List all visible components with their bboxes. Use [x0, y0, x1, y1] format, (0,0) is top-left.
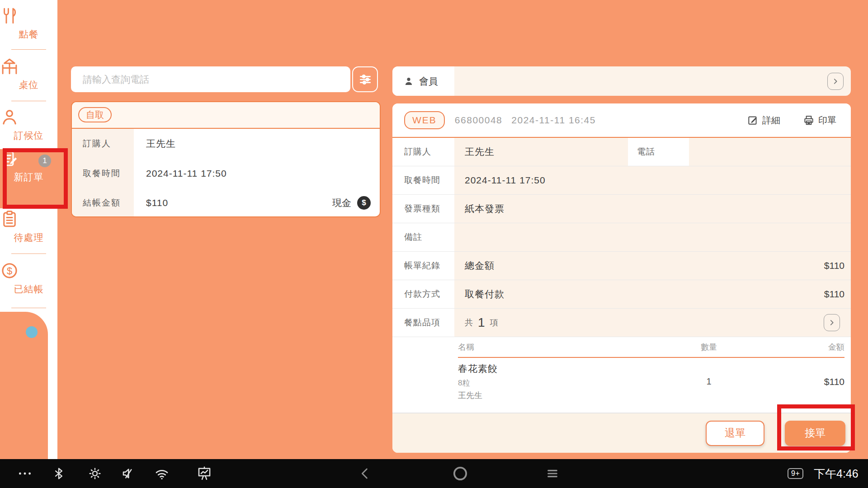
clipboard-icon: [0, 210, 57, 229]
row-value: 王先生: [146, 137, 176, 150]
row-label: 訂購人: [392, 138, 454, 166]
sidebar-divider: [11, 101, 46, 101]
back-button[interactable]: [358, 466, 373, 481]
sidebar-divider: [11, 308, 46, 308]
row-label: 帳單紀錄: [392, 252, 454, 280]
row-label: 取餐時間: [72, 159, 134, 188]
sidebar-item-label: 點餐: [0, 28, 57, 41]
system-navbar: 9+ 下午4:46: [0, 459, 868, 488]
sidebar-bottom-panel: $: [0, 312, 48, 459]
print-button-label: 印單: [818, 114, 836, 127]
chevron-right-icon: [828, 319, 836, 327]
item-count: 共 1 項: [465, 309, 498, 337]
sidebar-item-order-food[interactable]: 點餐: [0, 6, 57, 41]
filter-button[interactable]: [352, 66, 378, 92]
member-label: 會員: [419, 75, 438, 88]
reject-order-button[interactable]: 退單: [706, 421, 764, 446]
item-amount: $110: [745, 376, 844, 387]
sidebar-item-label: 桌位: [0, 79, 57, 91]
bluetooth-icon[interactable]: [52, 467, 66, 480]
search-input[interactable]: [71, 66, 350, 92]
detail-button-label: 詳細: [762, 114, 780, 127]
detail-row-pickup-time: 取餐時間 2024-11-11 17:50: [392, 166, 851, 195]
order-meta: 66800048 2024-11-11 16:45: [455, 115, 596, 126]
count-prefix: 共: [465, 317, 473, 328]
detail-row-bill-record: 帳單紀錄 總金額 $110: [392, 252, 851, 280]
print-button[interactable]: 印單: [800, 114, 839, 127]
sidebar-item-label: 已結帳: [0, 283, 57, 296]
detail-row-orderer: 訂購人 王先生 電話: [392, 138, 851, 166]
detail-row-invoice-type: 發票種類 紙本發票: [392, 195, 851, 223]
item-list-headers: 名稱 數量 金額: [458, 337, 844, 358]
order-summary-card[interactable]: 自取 訂購人 王先生 取餐時間 2024-11-11 17:50 結帳金額 $1…: [71, 101, 381, 217]
order-card-body: 訂購人 王先生 取餐時間 2024-11-11 17:50 結帳金額 $110 …: [72, 129, 380, 217]
sidebar-item-reservation[interactable]: 訂候位: [0, 108, 57, 142]
table-icon: [0, 57, 57, 76]
row-value: 紙本發票: [465, 195, 505, 223]
detail-footer: 退單 接單: [392, 413, 851, 453]
sidebar-item-label: 待處理: [0, 231, 57, 244]
detail-header: WEB 66800048 2024-11-11 16:45 詳細: [392, 103, 851, 138]
items-expand-button[interactable]: [824, 314, 840, 331]
accept-order-button[interactable]: 接單: [785, 421, 845, 446]
row-label: 發票種類: [392, 195, 454, 223]
search-bar: [71, 66, 350, 92]
row-amount: $110: [824, 252, 844, 280]
order-number: 66800048: [455, 115, 502, 126]
mute-icon[interactable]: [121, 466, 135, 481]
brightness-icon[interactable]: [88, 466, 102, 481]
row-label: 取餐時間: [392, 166, 454, 194]
header-amount: 金額: [745, 342, 844, 352]
sliders-icon: [358, 72, 373, 87]
member-bar-left: 會員: [392, 66, 454, 96]
member-person-icon: [403, 76, 414, 87]
detail-button[interactable]: 詳細: [744, 114, 783, 127]
row-amount: $110: [824, 280, 844, 308]
wifi-icon[interactable]: [154, 466, 170, 481]
count-number: 1: [478, 315, 485, 330]
row-value: $110: [146, 197, 168, 208]
row-label: 結帳金額: [72, 188, 134, 217]
person-icon: [0, 108, 57, 127]
sidebar-divider: [11, 253, 46, 254]
order-card-row: 訂購人 王先生: [72, 129, 380, 159]
detail-row-meal-items: 餐點品項 共 1 項: [392, 309, 851, 337]
sidebar-item-pending[interactable]: 待處理: [0, 210, 57, 244]
notification-dot: [26, 326, 38, 338]
member-expand-button[interactable]: [827, 73, 844, 90]
more-icon[interactable]: [17, 466, 33, 481]
channel-badge: WEB: [404, 111, 445, 129]
item-qty: 1: [673, 376, 745, 387]
order-card-row: 結帳金額 $110 現金 $: [72, 188, 380, 217]
detail-actions: 詳細 印單: [744, 114, 839, 127]
sidebar-item-new-orders[interactable]: 1 新訂單: [0, 149, 57, 208]
printer-icon: [803, 114, 815, 126]
detail-row-notes: 備註: [392, 223, 851, 252]
recents-button[interactable]: [545, 466, 560, 481]
row-label: 訂購人: [72, 129, 134, 159]
cash-label: 現金: [332, 197, 351, 209]
detail-row-payment-method: 付款方式 取餐付款 $110: [392, 280, 851, 309]
sidebar-item-label: 訂候位: [0, 129, 57, 142]
row-value: 王先生: [465, 138, 628, 166]
row-label-phone: 電話: [628, 138, 689, 166]
item-spec: 8粒: [458, 378, 673, 388]
cast-board-icon[interactable]: [197, 466, 212, 481]
row-label: 備註: [392, 223, 454, 251]
sidebar-item-tables[interactable]: 桌位: [0, 57, 57, 91]
sidebar-item-checked-out[interactable]: $ 已結帳: [0, 261, 57, 296]
row-value: 2024-11-11 17:50: [465, 166, 546, 194]
row-value: 總金額: [465, 252, 495, 280]
order-card-row: 取餐時間 2024-11-11 17:50: [72, 159, 380, 188]
new-orders-count-badge: 1: [38, 155, 51, 167]
edit-icon: [747, 114, 759, 126]
member-bar[interactable]: 會員: [392, 66, 851, 96]
home-button[interactable]: [452, 465, 469, 482]
payment-method: 現金 $: [332, 196, 371, 210]
header-name: 名稱: [458, 342, 673, 352]
item-list: 名稱 數量 金額 春花素餃 8粒 王先生 1 $110: [392, 337, 851, 413]
sidebar-item-label: 新訂單: [0, 171, 57, 183]
order-detail-card: WEB 66800048 2024-11-11 16:45 詳細: [392, 103, 851, 453]
header-qty: 數量: [673, 342, 745, 352]
row-label: 餐點品項: [392, 309, 454, 337]
